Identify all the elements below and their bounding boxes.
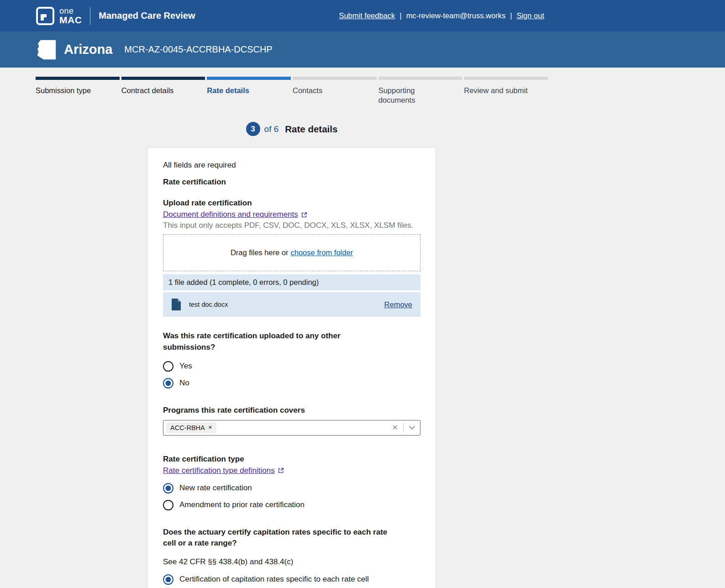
section-title: Rate certification [163, 178, 420, 187]
external-link-icon [278, 467, 284, 473]
radio-option-amendment[interactable]: Amendment to prior rate certification [163, 500, 420, 510]
step-progress-bar [378, 77, 462, 80]
arizona-state-icon [36, 39, 57, 60]
radio-icon[interactable] [163, 378, 173, 388]
cfr-reference: See 42 CFR §§ 438.4(b) and 438.4(c) [163, 557, 420, 567]
radio-icon[interactable] [163, 361, 173, 372]
cert-type-definitions-link[interactable]: Rate certification type definitions [163, 466, 275, 475]
external-link-icon [301, 212, 307, 218]
step-progress-bar [121, 77, 205, 80]
radio-label: Yes [179, 362, 192, 371]
radio-icon[interactable] [163, 483, 173, 493]
sign-out-link[interactable]: Sign out [516, 11, 544, 20]
submission-id: MCR-AZ-0045-ACCRBHA-DCSCHP [124, 44, 272, 55]
file-types-hint: This input only accepts PDF, CSV, DOC, D… [163, 221, 420, 230]
step-label: Contract details [121, 86, 205, 95]
step-progress-bar [207, 77, 291, 80]
state-name: Arizona [64, 42, 112, 57]
radio-label: Certification of capitation rates specif… [179, 575, 369, 584]
step-label: Contacts [293, 86, 377, 95]
separator: | [399, 11, 401, 20]
logo-one: one [59, 7, 82, 15]
chip-remove-icon[interactable]: ✕ [208, 425, 212, 430]
radio-icon[interactable] [163, 574, 173, 585]
radio-label: No [179, 378, 189, 388]
app-header: one MAC Managed Care Review Submit feedb… [0, 0, 725, 31]
user-email: mc-review-team@truss.works [406, 11, 506, 20]
logo-mac: MAC [59, 15, 82, 25]
header-links: Submit feedback | mc-review-team@truss.w… [339, 11, 544, 20]
step-label: Review and submit [464, 86, 548, 95]
upload-label: Upload rate certification [163, 199, 420, 208]
clear-selection-icon[interactable]: ✕ [392, 423, 398, 432]
program-chip: ACC-RBHA ✕ [166, 422, 216, 433]
actuary-question: Does the actuary certify capitation rate… [163, 527, 394, 549]
submit-feedback-link[interactable]: Submit feedback [339, 11, 395, 20]
chevron-down-icon[interactable] [409, 425, 415, 430]
program-chip-label: ACC-RBHA [170, 424, 205, 431]
app-title: Managed Care Review [99, 10, 195, 21]
onemac-logo-text: one MAC [59, 7, 82, 25]
onemac-logo-icon [36, 6, 55, 26]
radio-icon[interactable] [163, 500, 173, 510]
rate-details-card: All fields are required Rate certificati… [147, 147, 436, 588]
file-upload-summary: 1 file added (1 complete, 0 errors, 0 pe… [163, 274, 420, 290]
radio-option-no[interactable]: No [163, 378, 420, 388]
brand-divider [90, 7, 90, 25]
step-review-and-submit[interactable]: Review and submit [464, 77, 548, 105]
step-heading: 3 of 6 Rate details [36, 122, 548, 136]
radio-label: Amendment to prior rate certification [179, 500, 305, 509]
step-submission-type[interactable]: Submission type [36, 77, 120, 105]
step-progress-bar [464, 77, 548, 80]
brand[interactable]: one MAC Managed Care Review [36, 6, 195, 26]
file-dropzone[interactable]: Drag files here or choose from folder [163, 234, 420, 271]
programs-multiselect[interactable]: ACC-RBHA ✕ ✕ [163, 420, 420, 436]
radio-option-new-rate-certification[interactable]: New rate certification [163, 483, 420, 493]
other-submissions-radio-group: Yes No [163, 361, 420, 388]
programs-label: Programs this rate certification covers [163, 406, 420, 415]
separator: | [510, 11, 512, 20]
file-name: test doc.docx [189, 301, 228, 308]
choose-from-folder-link[interactable]: choose from folder [290, 248, 353, 257]
step-progress-bar [36, 77, 120, 80]
step-label: Supporting documents [378, 86, 462, 105]
step-indicator: Submission type Contract details Rate de… [36, 77, 548, 105]
step-label: Rate details [207, 86, 291, 95]
remove-file-link[interactable]: Remove [384, 300, 412, 309]
step-contract-details[interactable]: Contract details [121, 77, 205, 105]
step-supporting-documents[interactable]: Supporting documents [378, 77, 462, 105]
cert-type-label: Rate certification type [163, 455, 420, 464]
dropzone-text: Drag files here or [231, 248, 289, 257]
radio-option-rates-per-rate-cell[interactable]: Certification of capitation rates specif… [163, 574, 420, 585]
cert-type-radio-group: New rate certification Amendment to prio… [163, 483, 420, 510]
document-definitions-link[interactable]: Document definitions and requirements [163, 210, 298, 219]
step-contacts[interactable]: Contacts [293, 77, 377, 105]
actuary-radio-group: Certification of capitation rates specif… [163, 574, 420, 588]
step-progress-bar [293, 77, 377, 80]
multiselect-divider [403, 423, 404, 432]
step-rate-details[interactable]: Rate details [207, 77, 291, 105]
radio-label: New rate certification [179, 483, 252, 493]
uploaded-file-row: test doc.docx Remove [163, 292, 420, 317]
step-number-badge: 3 [246, 122, 260, 136]
page-title: Rate details [285, 124, 337, 135]
state-banner: Arizona MCR-AZ-0045-ACCRBHA-DCSCHP [0, 31, 725, 68]
step-of-total: of 6 [264, 124, 279, 134]
required-note: All fields are required [163, 161, 420, 170]
document-icon [171, 298, 181, 311]
other-submissions-question: Was this rate certification uploaded to … [163, 331, 346, 353]
step-label: Submission type [36, 86, 120, 95]
radio-option-yes[interactable]: Yes [163, 361, 420, 372]
